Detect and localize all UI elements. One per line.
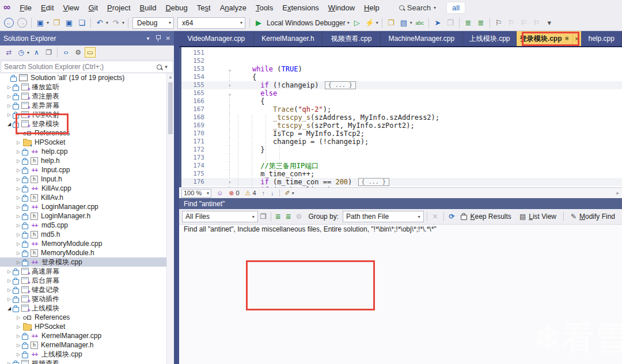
- menu-item-build[interactable]: Build: [135, 2, 161, 14]
- tree-item-Input.cpp[interactable]: ▷++Input.cpp: [0, 165, 174, 175]
- tree-item-md5.h[interactable]: ▷hmd5.h: [0, 230, 174, 239]
- expand-icon[interactable]: ▷: [15, 149, 22, 154]
- tree-item-后台屏幕[interactable]: ▷后台屏幕: [0, 276, 174, 285]
- indent-decrease-button[interactable]: ≣: [462, 17, 474, 29]
- sync-with-active-document-button[interactable]: ⇄: [3, 47, 14, 58]
- tree-item-md5.cpp[interactable]: ▷++md5.cpp: [0, 221, 174, 230]
- menu-item-edit[interactable]: Edit: [36, 2, 58, 14]
- redo-button[interactable]: ↷: [110, 17, 122, 29]
- attach-button[interactable]: ⚡: [364, 17, 376, 29]
- chevron-down-icon[interactable]: ▾: [410, 20, 412, 25]
- error-count[interactable]: ⊗0: [229, 189, 239, 197]
- tree-item-登录模块[interactable]: ◢登录模块: [0, 119, 174, 128]
- hscroll-right-arrow-icon[interactable]: ▸: [616, 190, 619, 196]
- zoom-combo[interactable]: 100 % ▾: [181, 189, 211, 198]
- navigate-back-button[interactable]: ←: [4, 18, 14, 28]
- tab-VideoManager.cpp[interactable]: VideoManager.cpp: [179, 31, 254, 46]
- platform-combo[interactable]: x64▾: [177, 17, 245, 29]
- code-line-168[interactable]: 168 _tcscpy_s(szAddress, MyInfo.szAddres…: [181, 113, 622, 122]
- stop-search-icon[interactable]: ✕: [432, 213, 438, 221]
- tree-scrollbar[interactable]: ▲: [166, 73, 174, 364]
- save-all-button[interactable]: ❏: [76, 17, 88, 29]
- navigate-forward-button[interactable]: →: [17, 18, 27, 28]
- expand-icon[interactable]: ▷: [6, 85, 13, 90]
- list-view-button[interactable]: ▤ List View: [519, 213, 556, 221]
- tree-item-上线模块.cpp[interactable]: ▷++上线模块.cpp: [0, 350, 174, 359]
- modify-find-button[interactable]: ✎ Modify Find: [571, 213, 615, 221]
- debugger-target-label[interactable]: Local Windows Debugger: [267, 19, 346, 27]
- refresh-icon[interactable]: ⟳: [449, 213, 454, 221]
- menu-item-project[interactable]: Project: [103, 2, 135, 14]
- expand-icon[interactable]: ▷: [6, 278, 13, 283]
- prev-issue-arrow-icon[interactable]: ↑: [262, 189, 266, 196]
- tree-item-查注册表[interactable]: ▷查注册表: [0, 92, 174, 101]
- fold-expand-icon[interactable]: ›: [224, 178, 236, 186]
- menu-item-test[interactable]: Test: [192, 2, 215, 14]
- find-scope-combo[interactable]: All Files ▾: [182, 211, 258, 222]
- code-line-151[interactable]: 151: [181, 49, 622, 57]
- fold-expand-icon[interactable]: ›: [224, 81, 236, 89]
- new-project-button[interactable]: ▣: [35, 17, 46, 29]
- tab-视频查看.cpp[interactable]: 视频查看.cpp: [323, 31, 380, 46]
- code-line-153[interactable]: 153⌄ while (TRUE): [181, 65, 622, 73]
- undo-button[interactable]: ↶: [94, 17, 105, 29]
- warning-count[interactable]: ⚠4: [245, 189, 256, 197]
- tree-item-LoginManager.cpp[interactable]: ▷++LoginManager.cpp: [0, 202, 174, 211]
- expand-icon[interactable]: ▷: [6, 297, 13, 302]
- code-line-166[interactable]: 166 {: [181, 97, 622, 105]
- tree-item-上线模块[interactable]: ◢上线模块: [0, 304, 174, 313]
- tree-item-代理映射[interactable]: ▷代理映射: [0, 110, 174, 119]
- toolbar-overflow-button[interactable]: ▾: [544, 17, 555, 29]
- expand-icon[interactable]: ▷: [15, 131, 22, 136]
- tab-MachineManager.cpp[interactable]: MachineManager.cpp: [381, 31, 463, 46]
- tree-item-Input.h[interactable]: ▷hInput.h: [0, 175, 174, 184]
- menu-item-file[interactable]: File: [15, 2, 36, 14]
- tree-item-MemoryModule.h[interactable]: ▷hMemoryModule.h: [0, 248, 174, 257]
- start-debugging-button[interactable]: ▶: [253, 17, 264, 29]
- tree-item-KernelManager.h[interactable]: ▷hKernelManager.h: [0, 340, 174, 350]
- tree-item-help.h[interactable]: ▷hhelp.h: [0, 156, 174, 165]
- search-control[interactable]: Search ▾: [395, 2, 441, 13]
- code-line-185[interactable]: 185 if (socketClient): [181, 186, 622, 187]
- code-line-154[interactable]: 154 {: [181, 73, 622, 81]
- tree-item-KillAv.h[interactable]: ▷hKillAv.h: [0, 193, 174, 202]
- menu-item-help[interactable]: Help: [359, 2, 384, 14]
- solution-explorer-window-button[interactable]: ▤: [398, 17, 409, 29]
- tree-item-驱动插件[interactable]: ▷驱动插件: [0, 294, 174, 304]
- expand-icon[interactable]: ▷: [15, 204, 22, 210]
- tree-item-差异屏幕[interactable]: ▷差异屏幕: [0, 101, 174, 110]
- code-line-169[interactable]: 169 _tcscpy_s(szPort, MyInfo.szPort2);: [181, 122, 622, 130]
- tree-item-登录模块.cpp[interactable]: ▷++登录模块.cpp: [0, 257, 174, 267]
- chevron-down-icon[interactable]: ▾: [47, 20, 49, 25]
- menu-item-extensions[interactable]: Extensions: [278, 2, 324, 14]
- tab-help.cpp[interactable]: help.cpp: [581, 31, 622, 46]
- expand-icon[interactable]: ▷: [6, 361, 13, 364]
- menu-item-tools[interactable]: Tools: [251, 2, 278, 14]
- expand-icon[interactable]: ▷: [15, 195, 22, 200]
- expand-icon[interactable]: ▷: [15, 158, 22, 164]
- properties-button[interactable]: ⚙: [73, 47, 84, 58]
- open-file-button[interactable]: ❐: [51, 17, 62, 29]
- fold-collapse-icon[interactable]: ⌄: [224, 89, 236, 97]
- clear-bookmarks-button[interactable]: ⚐: [531, 17, 543, 29]
- expand-icon[interactable]: ▷: [15, 251, 22, 256]
- solution-explorer-search-input[interactable]: Search Solution Explorer (Ctrl+;) ▾: [1, 60, 173, 73]
- code-line-176[interactable]: 176› if (m_time_con == 200) { ... }: [181, 178, 622, 186]
- tree-item-help.cpp[interactable]: ▷++help.cpp: [0, 147, 174, 156]
- tree-item-KillAv.cpp[interactable]: ▷++KillAv.cpp: [0, 184, 174, 193]
- tree-item-HPSocket[interactable]: ▷HPSocket: [0, 138, 174, 147]
- tab-上线模块.cpp[interactable]: 上线模块.cpp: [463, 31, 517, 46]
- save-button[interactable]: ▣: [63, 17, 75, 29]
- fold-collapse-icon[interactable]: ⌄: [224, 65, 236, 73]
- code-line-172[interactable]: 172 }: [181, 146, 622, 154]
- tab-登录模块.cpp[interactable]: 登录模块.cpp✱: [517, 31, 572, 46]
- chevron-down-icon[interactable]: ▾: [27, 50, 29, 55]
- expand-icon[interactable]: ▷: [6, 112, 13, 117]
- collapse-all-button[interactable]: ∧: [31, 47, 42, 58]
- scroll-up-icon[interactable]: ▲: [167, 73, 174, 79]
- group-by-combo[interactable]: Path then File ▾: [343, 211, 424, 222]
- tree-item-MemoryModule.cpp[interactable]: ▷++MemoryModule.cpp: [0, 239, 174, 248]
- tree-item-HPSocket[interactable]: ▷HPSocket: [0, 322, 174, 331]
- tree-item-References[interactable]: ▷References: [0, 128, 174, 138]
- tree-item-键盘记录[interactable]: ▷键盘记录: [0, 285, 174, 294]
